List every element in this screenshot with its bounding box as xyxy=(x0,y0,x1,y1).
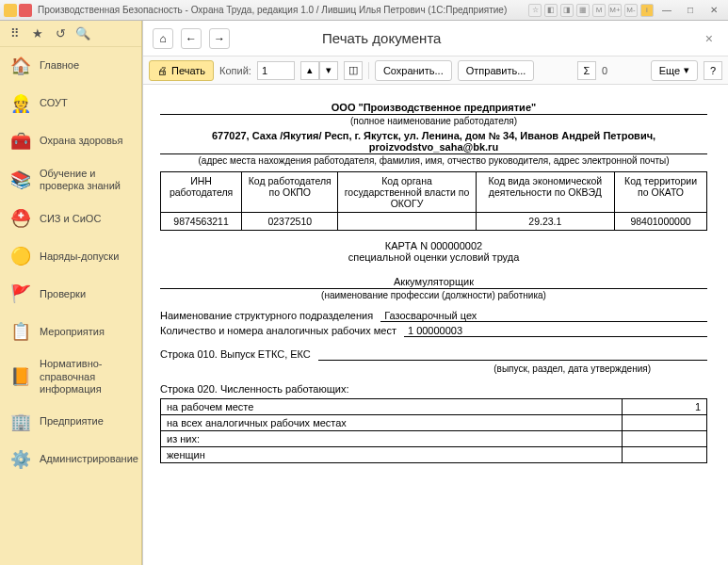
sidebar-item-sout[interactable]: 👷СОУТ xyxy=(0,85,141,122)
sum-value: 0 xyxy=(602,65,607,76)
th-okogu: Код органа государственной власти по ОКО… xyxy=(338,172,476,213)
td-okogu xyxy=(338,213,476,231)
page-title: Печать документа xyxy=(322,30,441,46)
address-sub: (адрес места нахождения работодателя, фа… xyxy=(160,155,707,166)
th-okved: Код вида экономической деятельности по О… xyxy=(476,172,614,213)
sidebar-item-label: СИЗ и СиОС xyxy=(40,213,101,225)
building-icon: 🏢 xyxy=(9,411,32,433)
s010-value xyxy=(318,348,707,361)
permit-icon: 🟡 xyxy=(9,245,32,267)
unit-value: Газосварочный цех xyxy=(380,310,707,322)
profession: Аккумуляторщик xyxy=(160,276,707,287)
s020-r4v xyxy=(623,447,707,463)
preview-icon[interactable]: ◫ xyxy=(344,61,363,80)
tb-tool-icon[interactable]: M xyxy=(592,4,606,17)
search-icon[interactable]: 🔍 xyxy=(75,26,90,41)
sidebar-item-admin[interactable]: ⚙️Администрирование xyxy=(0,441,141,478)
home-icon: 🏠 xyxy=(9,55,32,77)
td-inn: 9874563211 xyxy=(161,213,242,231)
card-subtitle: специальной оценки условий труда xyxy=(160,251,707,263)
minimize-icon[interactable]: — xyxy=(656,3,677,18)
sum-icon[interactable]: Σ xyxy=(577,61,596,80)
sidebar-item-label: Администрирование xyxy=(40,453,138,465)
reference-icon: 📙 xyxy=(9,365,32,388)
favorites-icon[interactable]: ★ xyxy=(30,26,45,41)
sidebar-item-siz[interactable]: ⛑️СИЗ и СиОС xyxy=(0,200,141,237)
sidebar-tools: ⠿ ★ ↺ 🔍 xyxy=(0,21,141,47)
copies-input[interactable] xyxy=(257,61,295,80)
helmet-icon: ⛑️ xyxy=(9,207,32,230)
books-icon: 📚 xyxy=(9,169,32,191)
doc-header: ⌂ ← → Печать документа × xyxy=(143,21,728,56)
titlebar-right-icons: ☆ ◧ ◨ ▦ M M+ M- i — □ ✕ xyxy=(528,3,724,18)
clipboard-icon: 📋 xyxy=(9,320,32,343)
sidebar-item-events[interactable]: 📋Мероприятия xyxy=(0,313,141,350)
spin-buttons: ▴ ▾ xyxy=(300,61,338,80)
forward-button[interactable]: → xyxy=(209,28,230,49)
tb-info-icon[interactable]: i xyxy=(640,4,654,17)
window-titlebar: Производственная Безопасность - Охрана Т… xyxy=(0,0,728,21)
codes-table: ИНН работодателя Код работодателя по ОКП… xyxy=(160,171,707,231)
org-name: ООО "Производственное предприятие" xyxy=(160,102,707,113)
document-scroll[interactable]: ООО "Производственное предприятие" (полн… xyxy=(143,85,728,565)
sidebar-item-label: Нормативно-справочная информация xyxy=(40,358,132,396)
sidebar-item-label: Мероприятия xyxy=(40,326,105,338)
spin-down-icon[interactable]: ▾ xyxy=(319,61,338,80)
tb-tool-icon[interactable]: M- xyxy=(624,4,638,17)
flag-icon: 🚩 xyxy=(9,282,32,305)
close-icon[interactable]: ✕ xyxy=(704,3,724,18)
home-button[interactable]: ⌂ xyxy=(153,28,173,49)
worker-icon: 👷 xyxy=(9,92,32,115)
sidebar-item-label: Обучение и проверка знаний xyxy=(40,168,132,192)
apps-icon[interactable]: ⠿ xyxy=(8,26,23,41)
s020-r1: на рабочем месте xyxy=(161,399,623,415)
s020-r1v: 1 xyxy=(623,399,707,415)
s020-r4: женщин xyxy=(161,447,623,463)
sidebar-item-permits[interactable]: 🟡Наряды-допуски xyxy=(0,237,141,275)
td-okpo: 02372510 xyxy=(242,213,338,231)
similar-value: 1 00000003 xyxy=(404,325,707,337)
s010-label: Строка 010. Выпуск ЕТКС, ЕКС xyxy=(160,348,311,361)
sidebar-item-label: Предприятие xyxy=(40,415,104,428)
save-button[interactable]: Сохранить... xyxy=(375,60,452,81)
card-number: КАРТА N 000000002 xyxy=(160,240,707,251)
s020-table: на рабочем месте1 на всех аналогичных ра… xyxy=(160,398,707,463)
spin-up-icon[interactable]: ▴ xyxy=(300,61,319,80)
print-page: ООО "Производственное предприятие" (полн… xyxy=(147,92,720,473)
printer-icon: 🖨 xyxy=(157,65,168,76)
similar-label: Количество и номера аналогичных рабочих … xyxy=(160,325,396,337)
tb-tool-icon[interactable]: ☆ xyxy=(528,4,542,17)
window-title: Производственная Безопасность - Охрана Т… xyxy=(38,5,507,15)
tb-tool-icon[interactable]: M+ xyxy=(608,4,622,17)
print-button[interactable]: 🖨Печать xyxy=(149,60,214,81)
more-button[interactable]: Еще ▾ xyxy=(651,60,698,81)
th-inn: ИНН работодателя xyxy=(161,172,242,213)
sidebar-item-label: Наряды-допуски xyxy=(40,250,119,263)
sidebar-item-label: Проверки xyxy=(40,288,86,300)
send-button[interactable]: Отправить... xyxy=(458,60,535,81)
sidebar-item-label: Главное xyxy=(40,59,79,72)
sidebar-item-label: Охрана здоровья xyxy=(40,135,123,147)
sidebar-item-health[interactable]: 🧰Охрана здоровья xyxy=(0,122,141,160)
profession-sub: (наименование профессии (должности) рабо… xyxy=(160,290,707,300)
sidebar-item-checks[interactable]: 🚩Проверки xyxy=(0,275,141,313)
tb-tool-icon[interactable]: ◨ xyxy=(560,4,574,17)
th-okpo: Код работодателя по ОКПО xyxy=(242,172,338,213)
close-tab-icon[interactable]: × xyxy=(700,29,719,48)
tb-tool-icon[interactable]: ▦ xyxy=(576,4,590,17)
employer-address: 677027, Саха /Якутия/ Респ, г. Якутск, у… xyxy=(160,130,707,153)
sidebar-item-enterprise[interactable]: 🏢Предприятие xyxy=(0,403,141,441)
s020-label: Строка 020. Численность работающих: xyxy=(160,383,707,395)
back-button[interactable]: ← xyxy=(181,28,202,49)
sidebar-item-training[interactable]: 📚Обучение и проверка знаний xyxy=(0,160,141,200)
sidebar-item-main[interactable]: 🏠Главное xyxy=(0,47,141,85)
maximize-icon[interactable]: □ xyxy=(680,3,701,18)
help-icon[interactable]: ? xyxy=(704,61,722,80)
app-icon-2 xyxy=(19,4,32,17)
tb-tool-icon[interactable]: ◧ xyxy=(544,4,558,17)
sidebar-item-ref[interactable]: 📙Нормативно-справочная информация xyxy=(0,350,141,403)
s020-r2v xyxy=(623,415,707,431)
gear-icon: ⚙️ xyxy=(9,448,32,471)
th-okato: Код территории по ОКАТО xyxy=(615,172,707,213)
history-icon[interactable]: ↺ xyxy=(53,26,68,41)
